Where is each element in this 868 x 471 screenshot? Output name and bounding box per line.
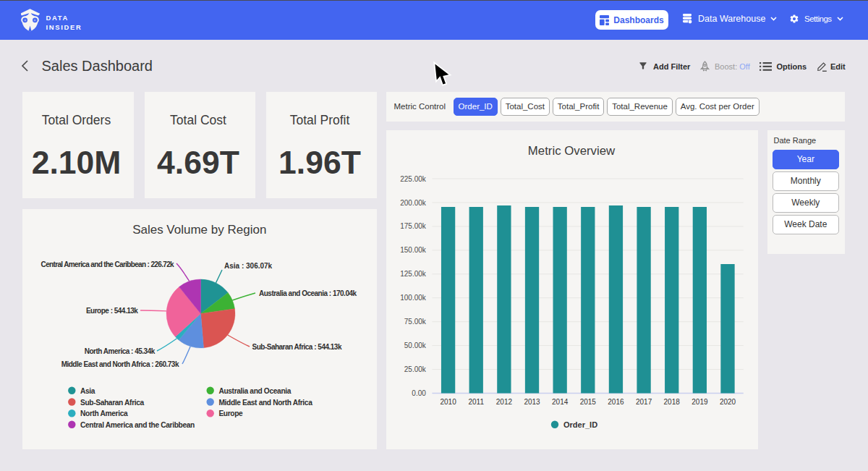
svg-text:Sub-Saharan Africa: Sub-Saharan Africa	[80, 398, 145, 406]
svg-text:Asia : 306.07k: Asia : 306.07k	[224, 261, 273, 269]
svg-text:2017: 2017	[636, 398, 652, 406]
svg-text:Central America and the Caribb: Central America and the Caribbean : 226.…	[41, 260, 175, 268]
svg-text:150.00k: 150.00k	[400, 246, 427, 254]
svg-text:2012: 2012	[496, 398, 513, 406]
svg-text:2018: 2018	[664, 398, 681, 406]
svg-text:2011: 2011	[468, 398, 484, 406]
svg-text:75.00k: 75.00k	[404, 318, 427, 326]
svg-text:Australia and Oceania : 170.04: Australia and Oceania : 170.04k	[259, 289, 357, 297]
svg-text:Metric Overview: Metric Overview	[528, 144, 616, 158]
svg-text:Sub-Saharan Africa : 544.13k: Sub-Saharan Africa : 544.13k	[252, 342, 342, 350]
svg-text:50.00k: 50.00k	[404, 341, 427, 349]
svg-text:100.00k: 100.00k	[400, 294, 427, 302]
svg-text:Order_ID: Order_ID	[563, 420, 597, 429]
svg-text:Middle East and North Africa :: Middle East and North Africa : 260.73k	[61, 360, 179, 368]
svg-text:2020: 2020	[720, 398, 736, 406]
svg-text:0.00: 0.00	[412, 389, 426, 397]
svg-text:2016: 2016	[608, 398, 624, 406]
svg-text:Australia and Oceania: Australia and Oceania	[218, 386, 291, 394]
svg-text:225.00k: 225.00k	[400, 175, 427, 183]
svg-text:Europe: Europe	[218, 410, 243, 417]
svg-text:North America: North America	[80, 410, 128, 417]
svg-text:North America : 45.34k: North America : 45.34k	[85, 347, 156, 355]
svg-text:Sales Volume by Region: Sales Volume by Region	[132, 222, 266, 236]
svg-text:Europe : 544.13k: Europe : 544.13k	[86, 306, 138, 314]
svg-text:2019: 2019	[692, 398, 708, 406]
svg-text:2014: 2014	[552, 398, 569, 406]
svg-text:Central America and the Caribb: Central America and the Caribbean	[80, 420, 195, 428]
svg-text:125.00k: 125.00k	[400, 270, 427, 278]
svg-text:Asia: Asia	[80, 386, 95, 394]
svg-text:2013: 2013	[524, 398, 540, 406]
svg-text:Middle East and North Africa: Middle East and North Africa	[218, 398, 312, 406]
svg-text:2015: 2015	[580, 398, 597, 406]
svg-text:25.00k: 25.00k	[404, 365, 427, 373]
svg-text:175.00k: 175.00k	[400, 222, 427, 230]
svg-text:2010: 2010	[440, 398, 456, 406]
svg-text:200.00k: 200.00k	[400, 199, 427, 207]
